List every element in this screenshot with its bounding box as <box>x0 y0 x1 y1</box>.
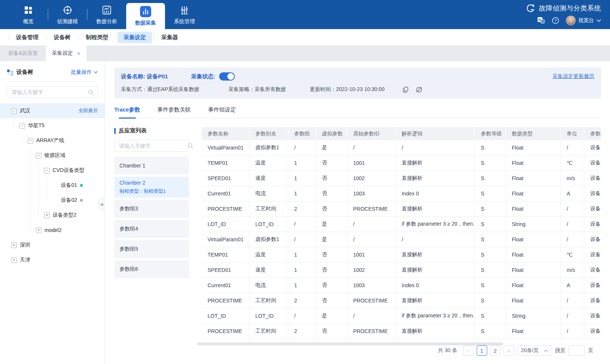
sidebar-collapse-handle[interactable]: ◀ <box>98 197 105 211</box>
table-cell: / <box>288 140 316 155</box>
horizontal-scrollbar[interactable] <box>197 342 503 345</box>
collapse-node-icon[interactable]: − <box>11 108 17 114</box>
table-cell: 1001 <box>347 247 396 262</box>
svg-text:?: ? <box>554 18 557 23</box>
expand-node-icon[interactable]: + <box>11 242 17 248</box>
page-button-2[interactable]: 2 <box>490 345 501 356</box>
chamber-card-参数组6[interactable]: 参数组6 <box>114 260 189 278</box>
chamber-card-Chamber 2[interactable]: Chamber 2制程类型：制程类型1 <box>114 177 189 198</box>
nav-item-侦测建模[interactable]: 侦测建模 <box>48 0 87 29</box>
chamber-card-参数组5[interactable]: 参数组5 <box>114 240 189 258</box>
tree-node-天津[interactable]: +天津 <box>7 252 98 267</box>
prev-page-button[interactable]: ‹ <box>463 345 474 356</box>
tab-事件组设定[interactable]: 事件组设定 <box>208 106 236 118</box>
chamber-card-Chamber 1[interactable]: Chamber 1 <box>114 157 189 175</box>
nav-item-label: 概览 <box>23 18 34 25</box>
tree-node-华星T5[interactable]: −华星T5 <box>7 118 98 133</box>
collapse-node-icon[interactable]: − <box>19 123 25 129</box>
collapse-node-icon[interactable]: − <box>44 168 50 173</box>
jump-label: 跳至 <box>555 347 566 354</box>
table-cell: LOT_ID <box>202 308 249 323</box>
subnav-item-设备树[interactable]: 设备树 <box>48 32 77 43</box>
search-icon[interactable] <box>88 89 94 95</box>
table-row[interactable]: SPEED01速度1否1002直接解析SFloatm/s设备 <box>202 171 601 186</box>
subnav-item-设备管理[interactable]: 设备管理 <box>10 32 44 43</box>
nav-item-系统管理[interactable]: 系统管理 <box>165 0 204 29</box>
table-row[interactable]: TEMP01温度1否1001直接解析SFloat℃设备 <box>202 247 601 263</box>
table-row[interactable]: Current01电流1否1003Index 0SFloatA设备 <box>202 278 601 293</box>
table-row[interactable]: LOT_IDLOT_ID/是/if 参数 parameter 3 ≥ 20，th… <box>202 217 601 232</box>
tree-node-model2[interactable]: +model2 <box>7 223 98 238</box>
table-row[interactable]: PROCESTIME工艺时间2否PROCESTIME直接解析SFloat/设备 <box>202 293 601 308</box>
language-switch-icon[interactable]: 中 In <box>537 16 545 25</box>
table-cell: Current01 <box>202 186 249 201</box>
table-cell: S <box>475 247 506 262</box>
tree-node-镀膜区域[interactable]: −镀膜区域 <box>7 148 98 163</box>
jump-page-input[interactable] <box>569 345 585 356</box>
table-cell: / <box>347 217 396 232</box>
table-cell: / <box>347 308 396 323</box>
tree-node-设备类型2[interactable]: +设备类型2 <box>7 208 98 223</box>
user-menu[interactable]: 祝英台 <box>566 16 601 25</box>
collapse-node-icon[interactable]: − <box>28 138 33 144</box>
nav-item-概览[interactable]: 概览 <box>9 0 48 29</box>
help-icon[interactable]: ? <box>552 17 559 24</box>
collection-status-toggle[interactable] <box>219 72 235 81</box>
subnav-item-采集器[interactable]: 采集器 <box>155 32 184 43</box>
table-cell: 工艺时间 <box>249 293 288 308</box>
chamber-card-参数组3[interactable]: 参数组3 <box>114 200 189 218</box>
expand-all-link[interactable]: 全部展开 <box>78 107 98 114</box>
table-cell <box>506 339 561 340</box>
open-tab-设备&反应室[interactable]: 设备&反应室 <box>0 46 46 61</box>
table-row[interactable]: LOT_IDLOT_ID/是/if 参数 parameter 3 ≥ 20，th… <box>202 308 601 324</box>
table-row[interactable]: PROCESTIME工艺时间2否PROCESTIME直接解析SFloat/设备 <box>202 324 601 339</box>
page-size-select[interactable]: 20条/页 <box>517 345 552 356</box>
search-icon[interactable] <box>187 143 193 149</box>
table-row[interactable]: VirtualParam01虚拟参数1/是//SFloat/设备 <box>202 232 601 247</box>
subnav-item-制程类型[interactable]: 制程类型 <box>80 32 114 43</box>
nav-item-数据分析[interactable]: 数据分析 <box>87 0 126 29</box>
next-page-button[interactable]: › <box>504 345 514 356</box>
tree-node-CVD设备类型[interactable]: −CVD设备类型 <box>7 163 98 178</box>
collapse-node-icon[interactable]: − <box>36 153 41 159</box>
tree-node-label: model2 <box>44 227 62 233</box>
column-header-参数别名: 参数别名 <box>249 127 288 140</box>
tab-Trace参数[interactable]: Trace参数 <box>114 106 140 118</box>
table-row[interactable]: PROCESTIME工艺时间2否PROCESTIME直接解析SFloat/设备 <box>202 201 601 217</box>
table-cell: 2 <box>288 293 316 308</box>
chamber-card-参数组4[interactable]: 参数组4 <box>114 220 189 238</box>
expand-node-icon[interactable]: + <box>44 213 50 218</box>
batch-operation-button[interactable]: 批量操作 <box>71 69 98 76</box>
table-row[interactable]: TEMP01温度1否1001直接解析SFloat℃设备 <box>202 156 601 171</box>
table-cell: 否 <box>316 263 347 277</box>
tree-node-ARRAY产线[interactable]: −ARRAY产线 <box>7 133 98 148</box>
analysis-chart-icon <box>101 4 112 16</box>
table-cell: PROCESTIME <box>347 293 396 308</box>
close-icon[interactable]: ✕ <box>77 51 81 56</box>
table-cell: 是 <box>316 308 347 323</box>
page-button-1[interactable]: 1 <box>477 345 487 356</box>
update-history-link[interactable]: 采集设定更新履历 <box>553 73 594 80</box>
nav-item-数据采集[interactable]: 数据采集 <box>126 3 165 29</box>
expand-node-icon[interactable]: + <box>36 228 41 233</box>
copy-icon[interactable] <box>402 87 409 93</box>
subnav-item-采集设定[interactable]: 采集设定 <box>118 32 152 43</box>
tree-node-设备01[interactable]: 设备01 <box>7 178 98 193</box>
table-cell: 设备 <box>584 278 601 293</box>
tree-node-设备02[interactable]: 设备02 <box>7 193 98 208</box>
sync-icon[interactable] <box>416 87 423 93</box>
table-cell: ℃ <box>561 247 584 262</box>
chamber-search-input[interactable] <box>118 142 187 149</box>
chamber-card-title: Chamber 1 <box>119 163 184 169</box>
table-row[interactable]: Current01电流1否1003Index 0SFloatA设备 <box>202 186 601 201</box>
table-row-partial[interactable] <box>202 339 601 340</box>
tab-事件参数关联[interactable]: 事件参数关联 <box>157 106 191 118</box>
expand-node-icon[interactable]: + <box>11 257 17 263</box>
tree-node-武汉[interactable]: −武汉全部展开 <box>0 103 105 118</box>
tree-node-深圳[interactable]: +深圳 <box>7 238 98 252</box>
tree-search-input[interactable] <box>11 89 88 95</box>
table-cell: 设备 <box>584 156 601 170</box>
table-row[interactable]: VirtualParam01虚拟参数1/是//SFloat/设备 <box>202 140 601 156</box>
table-row[interactable]: SPEED01速度1否1002直接解析SFloatm/s设备 <box>202 263 601 278</box>
open-tab-采集设定[interactable]: 采集设定✕ <box>46 46 87 61</box>
